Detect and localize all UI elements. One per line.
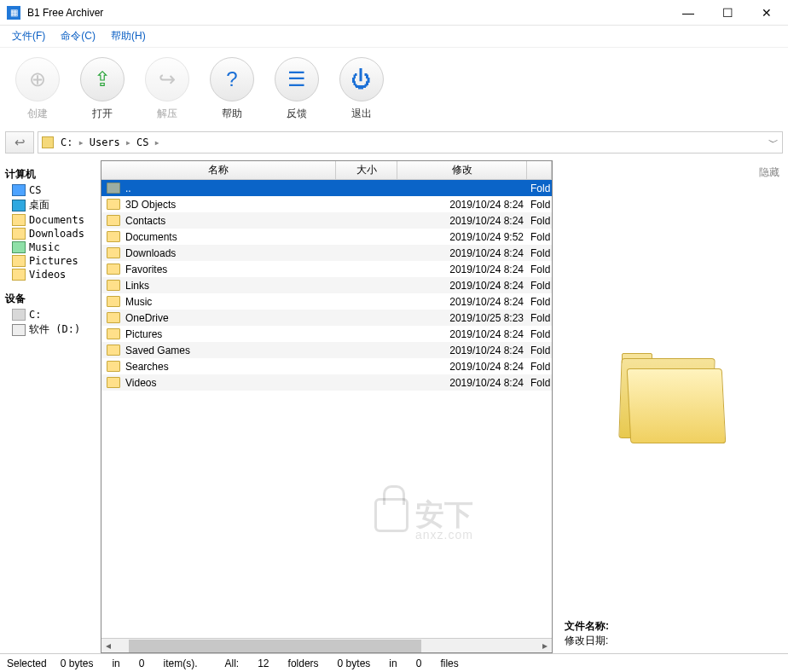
row-type: Fold: [527, 215, 552, 227]
sidebar-computer-item-4[interactable]: Music: [2, 240, 99, 254]
row-name: Music: [125, 296, 152, 308]
tree-item-label: CS: [29, 184, 41, 196]
row-modified: 2019/10/24 8:24: [397, 345, 527, 356]
column-type[interactable]: [527, 161, 552, 179]
row-type: Fold: [527, 377, 552, 389]
status-bar: Selected 0 bytes in 0 item(s). All: 12 f…: [0, 653, 788, 672]
table-row[interactable]: Links2019/10/24 8:24Fold: [101, 277, 552, 293]
sidebar-computer-item-0[interactable]: CS: [2, 183, 99, 197]
table-row[interactable]: 3D Objects2019/10/24 8:24Fold: [101, 196, 552, 212]
row-name: Favorites: [125, 264, 167, 275]
row-name: Documents: [125, 231, 177, 243]
help-icon: ?: [210, 57, 254, 101]
status-files-label: files: [440, 658, 458, 669]
sidebar-computer-item-1[interactable]: 桌面: [2, 197, 99, 213]
sidebar-device-item-1[interactable]: 软件 (D:): [2, 322, 99, 338]
table-row[interactable]: Saved Games2019/10/24 8:24Fold: [101, 342, 552, 358]
toolbar-help-button[interactable]: ?帮助: [210, 57, 254, 121]
row-name: Pictures: [125, 328, 162, 340]
hide-preview-button[interactable]: 隐藏: [565, 165, 779, 180]
table-row[interactable]: Pictures2019/10/24 8:24Fold: [101, 326, 552, 342]
maximize-button[interactable]: ☐: [708, 1, 747, 25]
column-size[interactable]: 大小: [336, 161, 397, 179]
status-selected-items-n: 0: [139, 658, 145, 669]
preview-pane: 隐藏 文件名称: 修改日期:: [556, 160, 788, 653]
path-breadcrumb[interactable]: C: ▸ Users ▸ CS ▸ ﹀: [38, 131, 783, 154]
menu-item-1[interactable]: 命令(C): [54, 26, 102, 46]
disk-icon: [12, 324, 26, 336]
tree-item-label: 软件 (D:): [29, 322, 80, 337]
back-button[interactable]: ↩: [5, 131, 34, 154]
titlebar: ▦ B1 Free Archiver — ☐ ✕: [0, 0, 788, 26]
scroll-thumb[interactable]: [129, 640, 421, 652]
sidebar-section-devices: 设备: [2, 288, 99, 308]
status-in: in: [112, 658, 119, 669]
table-row[interactable]: Contacts2019/10/24 8:24Fold: [101, 212, 552, 229]
menu-item-0[interactable]: 文件(F): [5, 26, 52, 46]
path-seg-0[interactable]: Users: [86, 136, 124, 148]
minimize-button[interactable]: —: [669, 1, 708, 25]
row-modified: 2019/10/24 8:24: [397, 328, 527, 340]
table-row[interactable]: OneDrive2019/10/25 8:23Fold: [101, 310, 552, 326]
table-row[interactable]: ..Fold: [101, 180, 552, 196]
table-row[interactable]: Music2019/10/24 8:24Fold: [101, 293, 552, 310]
sidebar-computer-item-6[interactable]: Videos: [2, 268, 99, 281]
toolbar-open-button[interactable]: ⇪打开: [80, 57, 125, 121]
column-name[interactable]: 名称: [101, 161, 336, 179]
folder-icon: [107, 280, 120, 291]
row-modified: 2019/10/24 8:24: [397, 280, 527, 292]
folder-icon: [12, 214, 26, 226]
sidebar-computer-item-5[interactable]: Pictures: [2, 254, 99, 268]
folder-icon: [107, 264, 120, 275]
row-modified: 2019/10/24 8:24: [397, 296, 527, 308]
row-name: ..: [125, 182, 131, 194]
path-sep-icon: ▸: [154, 136, 160, 148]
table-row[interactable]: Videos2019/10/24 8:24Fold: [101, 374, 552, 391]
row-modified: 2019/10/24 8:24: [397, 199, 527, 211]
row-name: Downloads: [125, 247, 176, 259]
status-items-label: item(s).: [163, 658, 197, 669]
row-modified: 2019/10/24 8:24: [397, 377, 527, 389]
toolbar-extract-button: ↪解压: [145, 57, 189, 121]
toolbar-feedback-button[interactable]: ☰反馈: [275, 57, 319, 121]
path-sep-icon: ▸: [78, 136, 84, 148]
exit-icon: ⏻: [339, 57, 384, 101]
menu-item-2[interactable]: 帮助(H): [104, 26, 153, 46]
toolbar-label: 反馈: [287, 107, 307, 121]
folder-icon: [107, 215, 120, 226]
folder-icon: [12, 269, 26, 281]
toolbar-exit-button[interactable]: ⏻退出: [339, 57, 384, 121]
table-row[interactable]: Documents2019/10/24 9:52Fold: [101, 229, 552, 245]
row-type: Fold: [527, 296, 552, 308]
status-in2: in: [389, 658, 397, 669]
row-type: Fold: [527, 264, 552, 275]
table-header: 名称 大小 修改: [101, 161, 552, 180]
toolbar-label: 退出: [351, 107, 372, 121]
tree-item-label: 桌面: [29, 198, 49, 212]
table-row[interactable]: Favorites2019/10/24 8:24Fold: [101, 261, 552, 277]
path-seg-1[interactable]: CS: [133, 136, 152, 148]
close-button[interactable]: ✕: [747, 1, 786, 25]
folder-icon: [12, 255, 26, 267]
table-row[interactable]: Downloads2019/10/24 8:24Fold: [101, 245, 552, 261]
row-type: Fold: [527, 280, 552, 292]
folder-icon: [107, 361, 120, 372]
desktop-icon: [12, 200, 26, 211]
row-type: Fold: [527, 247, 552, 259]
column-modified[interactable]: 修改: [397, 161, 527, 179]
table-body[interactable]: 安下 anxz.com ..Fold3D Objects2019/10/24 8…: [101, 180, 552, 638]
tree-item-label: Videos: [29, 269, 66, 281]
row-modified: 2019/10/24 9:52: [397, 231, 527, 243]
sidebar-computer-item-2[interactable]: Documents: [2, 213, 99, 227]
path-dropdown-icon[interactable]: ﹀: [768, 136, 779, 150]
table-row[interactable]: Searches2019/10/24 8:24Fold: [101, 358, 552, 374]
window-controls: — ☐ ✕: [669, 1, 786, 25]
toolbar-label: 帮助: [222, 107, 242, 121]
sidebar-section-computer: 计算机: [2, 164, 99, 183]
row-type: Fold: [527, 182, 552, 194]
horizontal-scrollbar[interactable]: ◂ ▸: [101, 638, 552, 652]
sidebar-device-item-0[interactable]: C:: [2, 308, 99, 322]
sidebar-computer-item-3[interactable]: Downloads: [2, 227, 99, 240]
extract-icon: ↪: [145, 57, 189, 101]
path-drive[interactable]: C:: [57, 136, 76, 148]
